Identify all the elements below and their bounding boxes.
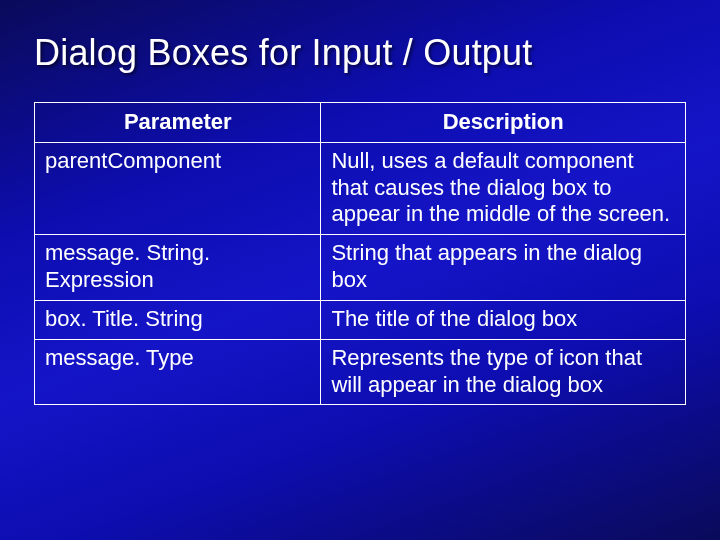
table-header-row: Parameter Description — [35, 103, 686, 143]
slide: Dialog Boxes for Input / Output Paramete… — [0, 0, 720, 540]
table-row: box. Title. String The title of the dial… — [35, 300, 686, 339]
cell-parameter: box. Title. String — [35, 300, 321, 339]
cell-parameter: message. String. Expression — [35, 235, 321, 301]
table-row: message. Type Represents the type of ico… — [35, 339, 686, 405]
parameters-table: Parameter Description parentComponent Nu… — [34, 102, 686, 405]
cell-description: String that appears in the dialog box — [321, 235, 686, 301]
header-parameter: Parameter — [35, 103, 321, 143]
slide-title: Dialog Boxes for Input / Output — [34, 32, 686, 74]
cell-description: Null, uses a default component that caus… — [321, 142, 686, 234]
table-row: parentComponent Null, uses a default com… — [35, 142, 686, 234]
cell-parameter: parentComponent — [35, 142, 321, 234]
cell-parameter: message. Type — [35, 339, 321, 405]
cell-description: Represents the type of icon that will ap… — [321, 339, 686, 405]
table-row: message. String. Expression String that … — [35, 235, 686, 301]
cell-description: The title of the dialog box — [321, 300, 686, 339]
header-description: Description — [321, 103, 686, 143]
